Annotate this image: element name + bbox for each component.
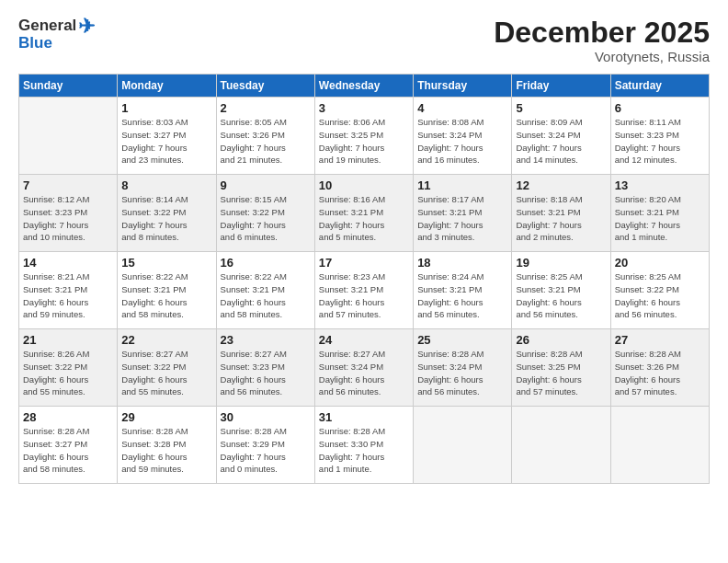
day-number: 18 [417,256,507,270]
page: General✈ Blue December 2025 Vorotynets, … [0,0,728,563]
day-info: Sunrise: 8:20 AM Sunset: 3:21 PM Dayligh… [615,193,705,244]
day-number: 26 [516,333,606,347]
day-info: Sunrise: 8:22 AM Sunset: 3:21 PM Dayligh… [121,270,211,321]
day-number: 3 [319,101,409,115]
calendar-cell: 30Sunrise: 8:28 AM Sunset: 3:29 PM Dayli… [216,407,314,484]
calendar-cell: 4Sunrise: 8:08 AM Sunset: 3:24 PM Daylig… [414,98,512,175]
day-number: 7 [23,178,113,192]
month-title: December 2025 [494,17,710,49]
day-info: Sunrise: 8:14 AM Sunset: 3:22 PM Dayligh… [121,193,211,244]
calendar-cell: 25Sunrise: 8:28 AM Sunset: 3:24 PM Dayli… [414,329,512,407]
calendar-cell: 21Sunrise: 8:26 AM Sunset: 3:22 PM Dayli… [19,329,118,407]
day-number: 21 [23,333,113,347]
calendar-cell: 16Sunrise: 8:22 AM Sunset: 3:21 PM Dayli… [216,252,314,329]
calendar-cell: 27Sunrise: 8:28 AM Sunset: 3:26 PM Dayli… [610,329,709,407]
day-header-saturday: Saturday [610,75,709,98]
day-number: 8 [121,178,211,192]
day-info: Sunrise: 8:16 AM Sunset: 3:21 PM Dayligh… [319,193,409,244]
day-info: Sunrise: 8:24 AM Sunset: 3:21 PM Dayligh… [417,270,507,321]
calendar-cell: 8Sunrise: 8:14 AM Sunset: 3:22 PM Daylig… [118,175,216,252]
calendar-cell: 29Sunrise: 8:28 AM Sunset: 3:28 PM Dayli… [118,407,216,484]
day-info: Sunrise: 8:25 AM Sunset: 3:21 PM Dayligh… [516,270,606,321]
day-info: Sunrise: 8:15 AM Sunset: 3:22 PM Dayligh… [221,193,311,244]
day-number: 12 [516,178,606,192]
day-header-thursday: Thursday [414,75,512,98]
day-info: Sunrise: 8:18 AM Sunset: 3:21 PM Dayligh… [516,193,606,244]
calendar-cell: 31Sunrise: 8:28 AM Sunset: 3:30 PM Dayli… [314,407,413,484]
day-number: 22 [121,333,211,347]
day-info: Sunrise: 8:28 AM Sunset: 3:30 PM Dayligh… [319,425,409,476]
day-number: 2 [221,101,311,115]
day-info: Sunrise: 8:27 AM Sunset: 3:24 PM Dayligh… [319,348,409,398]
day-info: Sunrise: 8:26 AM Sunset: 3:22 PM Dayligh… [23,348,113,398]
calendar-cell: 12Sunrise: 8:18 AM Sunset: 3:21 PM Dayli… [512,175,610,252]
calendar-cell: 15Sunrise: 8:22 AM Sunset: 3:21 PM Dayli… [118,252,216,329]
week-row-5: 28Sunrise: 8:28 AM Sunset: 3:27 PM Dayli… [19,407,710,484]
day-number: 4 [417,101,507,115]
day-info: Sunrise: 8:28 AM Sunset: 3:26 PM Dayligh… [615,348,705,398]
calendar-cell: 18Sunrise: 8:24 AM Sunset: 3:21 PM Dayli… [414,252,512,329]
calendar-cell: 19Sunrise: 8:25 AM Sunset: 3:21 PM Dayli… [512,252,610,329]
day-info: Sunrise: 8:27 AM Sunset: 3:23 PM Dayligh… [221,348,311,398]
days-header-row: SundayMondayTuesdayWednesdayThursdayFrid… [19,75,710,98]
calendar-cell: 1Sunrise: 8:03 AM Sunset: 3:27 PM Daylig… [118,98,216,175]
calendar-cell [19,98,118,175]
day-header-friday: Friday [512,75,610,98]
day-info: Sunrise: 8:25 AM Sunset: 3:22 PM Dayligh… [615,270,705,321]
day-number: 16 [221,256,311,270]
day-info: Sunrise: 8:28 AM Sunset: 3:27 PM Dayligh… [23,425,113,476]
location: Vorotynets, Russia [494,49,710,64]
day-number: 5 [516,101,606,115]
day-info: Sunrise: 8:06 AM Sunset: 3:25 PM Dayligh… [319,116,409,167]
day-info: Sunrise: 8:28 AM Sunset: 3:29 PM Dayligh… [221,425,311,476]
day-header-sunday: Sunday [19,75,118,98]
day-number: 23 [221,333,311,347]
day-info: Sunrise: 8:17 AM Sunset: 3:21 PM Dayligh… [417,193,507,244]
week-row-1: 1Sunrise: 8:03 AM Sunset: 3:27 PM Daylig… [19,98,710,175]
calendar-cell: 20Sunrise: 8:25 AM Sunset: 3:22 PM Dayli… [610,252,709,329]
calendar-cell: 24Sunrise: 8:27 AM Sunset: 3:24 PM Dayli… [314,329,413,407]
week-row-3: 14Sunrise: 8:21 AM Sunset: 3:21 PM Dayli… [19,252,710,329]
day-info: Sunrise: 8:03 AM Sunset: 3:27 PM Dayligh… [121,116,211,167]
calendar-cell [414,407,512,484]
day-info: Sunrise: 8:09 AM Sunset: 3:24 PM Dayligh… [516,116,606,167]
calendar-cell: 26Sunrise: 8:28 AM Sunset: 3:25 PM Dayli… [512,329,610,407]
day-number: 24 [319,333,409,347]
calendar-cell: 10Sunrise: 8:16 AM Sunset: 3:21 PM Dayli… [314,175,413,252]
calendar-cell: 22Sunrise: 8:27 AM Sunset: 3:22 PM Dayli… [118,329,216,407]
day-info: Sunrise: 8:08 AM Sunset: 3:24 PM Dayligh… [417,116,507,167]
day-number: 9 [221,178,311,192]
calendar-cell: 13Sunrise: 8:20 AM Sunset: 3:21 PM Dayli… [610,175,709,252]
day-number: 20 [615,256,705,270]
calendar-cell: 6Sunrise: 8:11 AM Sunset: 3:23 PM Daylig… [610,98,709,175]
calendar-cell: 2Sunrise: 8:05 AM Sunset: 3:26 PM Daylig… [216,98,314,175]
logo: General✈ Blue [18,17,95,51]
title-block: December 2025 Vorotynets, Russia [494,17,710,64]
day-info: Sunrise: 8:11 AM Sunset: 3:23 PM Dayligh… [615,116,705,167]
day-number: 1 [121,101,211,115]
day-info: Sunrise: 8:23 AM Sunset: 3:21 PM Dayligh… [319,270,409,321]
day-number: 25 [417,333,507,347]
day-number: 27 [615,333,705,347]
calendar-cell: 23Sunrise: 8:27 AM Sunset: 3:23 PM Dayli… [216,329,314,407]
day-number: 17 [319,256,409,270]
logo-blue: Blue [18,35,95,51]
day-info: Sunrise: 8:05 AM Sunset: 3:26 PM Dayligh… [221,116,311,167]
day-info: Sunrise: 8:28 AM Sunset: 3:28 PM Dayligh… [121,425,211,476]
day-info: Sunrise: 8:28 AM Sunset: 3:24 PM Dayligh… [417,348,507,398]
calendar-cell: 5Sunrise: 8:09 AM Sunset: 3:24 PM Daylig… [512,98,610,175]
calendar-cell: 11Sunrise: 8:17 AM Sunset: 3:21 PM Dayli… [414,175,512,252]
day-number: 19 [516,256,606,270]
calendar-cell: 7Sunrise: 8:12 AM Sunset: 3:23 PM Daylig… [19,175,118,252]
calendar-cell [610,407,709,484]
day-number: 30 [221,410,311,424]
week-row-2: 7Sunrise: 8:12 AM Sunset: 3:23 PM Daylig… [19,175,710,252]
day-header-tuesday: Tuesday [216,75,314,98]
day-info: Sunrise: 8:21 AM Sunset: 3:21 PM Dayligh… [23,270,113,321]
calendar-cell: 28Sunrise: 8:28 AM Sunset: 3:27 PM Dayli… [19,407,118,484]
day-number: 31 [319,410,409,424]
header: General✈ Blue December 2025 Vorotynets, … [18,17,710,64]
week-row-4: 21Sunrise: 8:26 AM Sunset: 3:22 PM Dayli… [19,329,710,407]
day-number: 11 [417,178,507,192]
calendar-cell: 9Sunrise: 8:15 AM Sunset: 3:22 PM Daylig… [216,175,314,252]
